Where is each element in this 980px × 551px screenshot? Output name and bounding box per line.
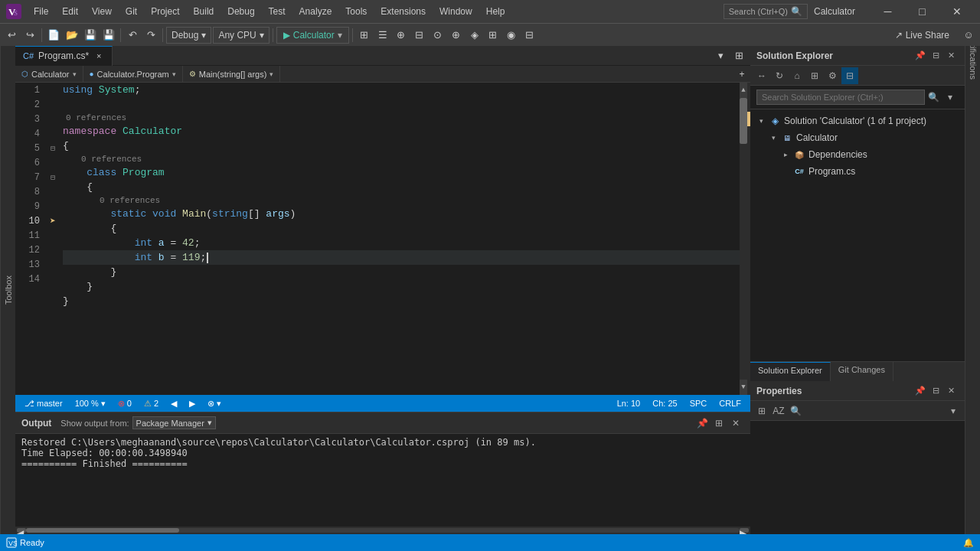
h-scroll-right[interactable]: ▶ (740, 528, 749, 533)
tree-project[interactable]: ▾ 🖥 Calculator (750, 129, 965, 146)
menu-edit[interactable]: Edit (56, 5, 84, 18)
scroll-down-btn[interactable]: ▼ (740, 380, 747, 395)
status-git[interactable]: ⎇ master (21, 399, 66, 409)
toolbar-btn-b[interactable]: ☰ (374, 27, 391, 44)
menu-test[interactable]: Test (263, 5, 292, 18)
maximize-button[interactable]: □ (905, 0, 939, 23)
se-dock-btn[interactable]: ⊟ (928, 48, 943, 64)
tree-solution[interactable]: ▾ ◈ Solution 'Calculator' (1 of 1 projec… (750, 112, 965, 129)
nav-add-button[interactable]: + (733, 66, 750, 83)
menu-analyze[interactable]: Analyze (293, 5, 338, 18)
nav-method[interactable]: ⚙ Main(string[] args) ▾ (183, 66, 281, 83)
output-scroll-thumb[interactable] (26, 528, 179, 533)
status-nav-fwd[interactable]: ▶ (186, 399, 198, 409)
toolbar-undo2-btn[interactable]: ↷ (142, 27, 159, 44)
se-pin-btn[interactable]: 📌 (913, 48, 928, 64)
status-nav-back[interactable]: ◀ (168, 399, 180, 409)
prop-more-btn[interactable]: ▾ (945, 403, 962, 419)
minimize-button[interactable]: ─ (871, 0, 905, 23)
se-tab-git[interactable]: Git Changes (831, 362, 893, 381)
toolbar-btn-j[interactable]: ⊟ (521, 27, 538, 44)
toolbar-new-btn[interactable]: 📄 (45, 27, 62, 44)
code-content[interactable]: using System; 0 references namespace Cal… (60, 83, 740, 395)
prop-dock-btn[interactable]: ⊟ (928, 383, 943, 399)
se-tab-solution[interactable]: Solution Explorer (750, 362, 831, 381)
toolbar-btn-f[interactable]: ⊕ (448, 27, 465, 44)
menu-help[interactable]: Help (480, 5, 511, 18)
menu-tools[interactable]: Tools (339, 5, 373, 18)
toolbar-btn-i[interactable]: ◉ (503, 27, 520, 44)
toolbar-btn-h[interactable]: ⊞ (485, 27, 501, 44)
status-crlf[interactable]: CRLF (716, 399, 744, 408)
prop-close-btn[interactable]: ✕ (943, 383, 959, 399)
se-home-btn[interactable]: ⌂ (789, 67, 805, 84)
prop-cat-btn[interactable]: ⊞ (753, 403, 770, 419)
status-warnings[interactable]: ⚠ 2 (141, 399, 162, 409)
toolbar-feedback-btn[interactable]: ☺ (960, 27, 977, 44)
toolbar-save-btn[interactable]: 💾 (82, 27, 99, 44)
gutter-7[interactable]: ⊟ (46, 170, 60, 184)
solution-expand-icon[interactable]: ▾ (756, 116, 766, 126)
editor-scrollbar[interactable]: ▲ ▼ (740, 83, 747, 395)
toolbar-fwd-btn[interactable]: ↪ (21, 27, 38, 44)
prop-search-btn[interactable]: 🔍 (787, 403, 804, 419)
prop-pin-btn[interactable]: 📌 (913, 383, 928, 399)
toolbar-btn-g[interactable]: ◈ (466, 27, 483, 44)
nav-class[interactable]: ● Calculator.Program ▾ (83, 66, 183, 83)
collapse-icon-7[interactable]: ⊟ (51, 173, 55, 182)
start-debug-button[interactable]: ▶ Calculator ▾ (276, 27, 349, 44)
status-spc[interactable]: SPC (687, 399, 710, 408)
se-syncfs-btn[interactable]: ↔ (753, 67, 770, 84)
se-search-input[interactable] (756, 90, 925, 105)
toolbar-btn-e[interactable]: ⊙ (430, 27, 446, 44)
notifications-label[interactable]: Notifications (965, 49, 981, 64)
close-button[interactable]: ✕ (939, 0, 974, 23)
live-share-button[interactable]: ↗ Live Share (889, 28, 956, 42)
output-source-dropdown[interactable]: Package Manager ▾ (132, 416, 216, 429)
nav-namespace[interactable]: ⬡ Calculator ▾ (15, 66, 83, 83)
menu-build[interactable]: Build (188, 5, 220, 18)
toolbar-btn-c[interactable]: ⊕ (393, 27, 410, 44)
output-close-btn[interactable]: ✕ (727, 415, 744, 432)
deps-expand-icon[interactable]: ▸ (781, 150, 790, 159)
gutter-5[interactable]: ⊟ (46, 141, 60, 155)
active-tab[interactable]: C# Program.cs* × (15, 46, 113, 66)
search-box[interactable]: Search (Ctrl+Q) 🔍 (724, 4, 808, 19)
se-search-options-btn[interactable]: ▾ (942, 89, 959, 106)
toolbar-saveall-btn[interactable]: 💾 (100, 27, 117, 44)
project-expand-icon[interactable]: ▾ (769, 133, 778, 142)
se-filter-btn[interactable]: ⚙ (824, 67, 841, 84)
tab-split-button[interactable]: ⊞ (730, 47, 747, 64)
toolbar-open-btn[interactable]: 📂 (64, 27, 80, 44)
scroll-thumb[interactable] (740, 98, 747, 144)
se-show-all-btn[interactable]: ⊞ (806, 67, 823, 84)
tree-dependencies[interactable]: ▸ 📦 Dependencies (750, 146, 965, 163)
se-refresh-btn[interactable]: ↻ (771, 67, 788, 84)
status-errors2[interactable]: ⊗ ▾ (204, 399, 224, 409)
debug-config-dropdown[interactable]: Debug ▾ (166, 27, 211, 44)
scroll-up-btn[interactable]: ▲ (740, 83, 747, 98)
menu-extensions[interactable]: Extensions (374, 5, 432, 18)
toolbar-btn-a[interactable]: ⊞ (356, 27, 373, 44)
platform-dropdown[interactable]: Any CPU ▾ (213, 27, 269, 44)
prop-alpha-btn[interactable]: AZ (770, 403, 787, 419)
tab-close-button[interactable]: × (93, 51, 104, 61)
notifications-bell[interactable]: 🔔 (963, 538, 974, 548)
menu-view[interactable]: View (86, 5, 118, 18)
output-float-btn[interactable]: ⊞ (710, 415, 727, 432)
status-ch[interactable]: Ch: 25 (649, 399, 680, 408)
menu-debug[interactable]: Debug (221, 5, 260, 18)
collapse-icon-5[interactable]: ⊟ (51, 144, 55, 153)
status-errors[interactable]: ⊗ 0 (115, 399, 135, 409)
prop-options-btn[interactable]: ▾ (945, 403, 962, 419)
menu-git[interactable]: Git (119, 5, 143, 18)
toolbar-undo-btn[interactable]: ↶ (124, 27, 141, 44)
code-editor[interactable]: 1 2 3 4 5 6 7 8 9 10 11 12 13 14 (15, 83, 750, 395)
toolbox-panel[interactable]: Toolbox (0, 46, 15, 534)
toolbar-btn-d[interactable]: ⊟ (411, 27, 428, 44)
status-ln[interactable]: Ln: 10 (614, 399, 644, 408)
menu-window[interactable]: Window (433, 5, 479, 18)
toolbar-back-btn[interactable]: ↩ (3, 27, 20, 44)
se-search-btn[interactable]: 🔍 (925, 89, 942, 106)
se-close-btn[interactable]: ✕ (943, 48, 959, 64)
